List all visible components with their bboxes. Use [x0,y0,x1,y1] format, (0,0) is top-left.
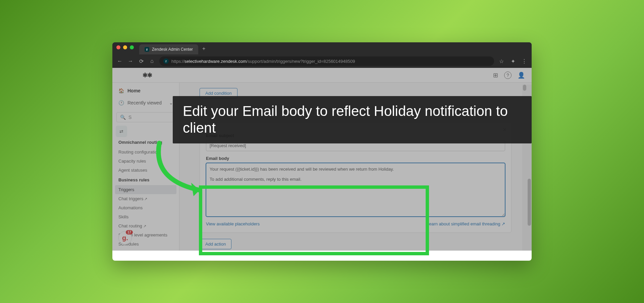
bookmark-icon[interactable]: ☆ [498,58,505,64]
sidebar-home[interactable]: 🏠 Home [112,85,179,97]
sidebar-item-chat-triggers[interactable]: Chat triggers [112,194,179,203]
sidebar-recent[interactable]: 🕐 Recently viewed ⌄ [112,97,179,109]
back-icon[interactable]: ← [116,58,123,64]
user-icon[interactable]: 👤 [518,72,525,79]
close-window-icon[interactable] [116,45,120,49]
sidebar-section-business: Business rules [112,175,179,185]
callout-text: Edit your Email body to reflect Holiday … [183,103,508,136]
tab-title: Zendesk Admin Center [152,47,193,52]
zendesk-logo-icon[interactable]: ✱✱ [143,72,152,79]
forward-icon[interactable]: → [127,58,134,64]
widget-letter: g. [122,234,128,242]
content-area: ✱✱ ⊞ ? 👤 🏠 Home 🕐 Recently viewed ⌄ 🔍 S … [112,68,532,251]
instruction-callout: Edit your Email body to reflect Holiday … [173,96,532,143]
address-bar-right: ☆ ✦ ⋮ [498,58,528,64]
new-tab-button[interactable]: + [198,43,209,54]
sidebar-home-label: Home [127,88,141,93]
search-icon: 🔍 [120,115,126,120]
favicon-icon: z [145,47,149,52]
sidebar-item-agent-status[interactable]: Agent statuses [112,166,179,175]
extensions-icon[interactable]: ✦ [509,58,516,64]
add-action-button[interactable]: Add action [200,239,231,249]
placeholders-link[interactable]: View available placeholders [206,221,260,226]
main-content: Add condition × Email subject Email body… [179,68,532,251]
email-body-label: Email body [206,156,505,161]
browser-menu-icon[interactable]: ⋮ [521,58,528,64]
sidebar-item-automations[interactable]: Automations [112,203,179,212]
home-icon[interactable]: ⌂ [149,58,155,64]
maximize-window-icon[interactable] [130,45,134,49]
clock-icon: 🕐 [118,100,124,105]
minimize-window-icon[interactable] [123,45,127,49]
url-field[interactable]: z https://selectivehardware.zendesk.com/… [159,56,494,66]
sidebar-section-routing: Omnichannel routing [112,137,179,147]
scrollbar-thumb-inner[interactable] [528,179,531,226]
app-header: ✱✱ ⊞ ? 👤 [112,68,532,83]
email-body-textarea[interactable] [206,163,505,217]
url-text: https://selectivehardware.zendesk.com/su… [171,59,355,64]
sidebar-search[interactable]: 🔍 S [116,112,175,122]
search-placeholder: S [128,115,131,120]
site-lock-icon: z [163,58,169,64]
sidebar-item-chat-routing[interactable]: Chat routing [112,221,179,230]
notification-badge: 17 [126,230,133,234]
header-actions: ⊞ ? 👤 [493,72,525,79]
sidebar: 🏠 Home 🕐 Recently viewed ⌄ 🔍 S ⇄ Omnicha… [112,68,179,251]
sidebar-item-skills[interactable]: Skills [112,212,179,221]
sidebar-routing-icon[interactable]: ⇄ [116,126,127,137]
scrollbar-thumb-outer[interactable] [523,85,526,91]
browser-window: z Zendesk Admin Center + ← → ⟳ ⌂ z https… [112,42,532,261]
traffic-lights [116,45,134,49]
reload-icon[interactable]: ⟳ [138,58,145,64]
sidebar-recent-label: Recently viewed [127,100,162,105]
address-bar: ← → ⟳ ⌂ z https://selectivehardware.zend… [112,54,532,68]
threading-link[interactable]: Learn about simplified email threading [427,221,505,226]
card-links: View available placeholders Learn about … [206,221,505,226]
sidebar-item-triggers[interactable]: Triggers [115,185,176,194]
tab-bar: z Zendesk Admin Center + [112,42,532,54]
home-nav-icon: 🏠 [118,88,124,93]
browser-tab[interactable]: z Zendesk Admin Center [139,44,198,54]
apps-icon[interactable]: ⊞ [493,72,498,79]
help-icon[interactable]: ? [504,72,512,79]
sidebar-item-capacity[interactable]: Capacity rules [112,157,179,166]
sidebar-item-routing-config[interactable]: Routing configuration [112,147,179,157]
support-widget-icon[interactable]: g. 17 [118,231,132,245]
